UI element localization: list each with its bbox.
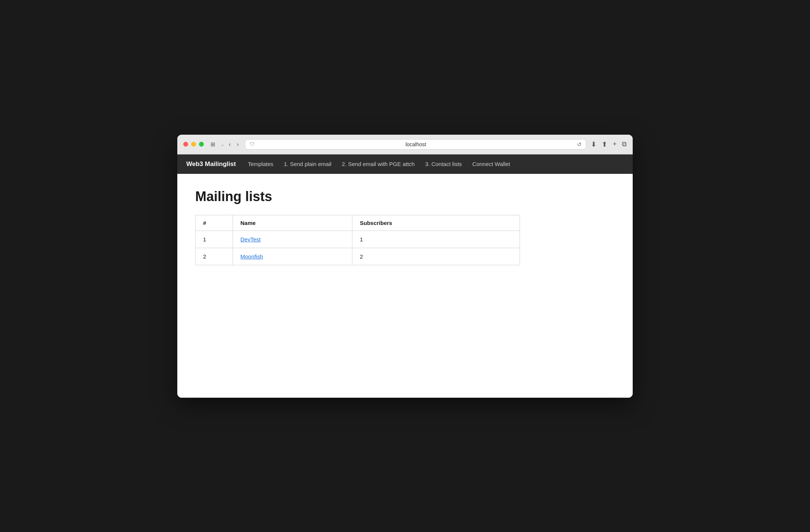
sidebar-toggle-button[interactable]: ⊞ xyxy=(208,140,218,148)
forward-button[interactable]: › xyxy=(235,141,240,148)
nav-brand: Web3 Mailinglist xyxy=(186,160,236,168)
nav-link-send-plain[interactable]: 1. Send plain email xyxy=(284,161,331,167)
col-header-subscribers: Subscribers xyxy=(352,215,520,231)
page-title: Mailing lists xyxy=(195,189,615,204)
table-row: 2 Moonfish 2 xyxy=(196,248,520,265)
traffic-light-red[interactable] xyxy=(183,142,188,147)
row-1-name: DevTest xyxy=(233,231,352,248)
mailing-table: # Name Subscribers 1 DevTest 1 2 Moonfis… xyxy=(195,215,520,265)
nav-link-send-pge[interactable]: 2. Send email with PGE attch xyxy=(342,161,415,167)
table-head: # Name Subscribers xyxy=(196,215,520,231)
nav-link-connect-wallet[interactable]: Connect Wallet xyxy=(472,161,510,167)
row-2-name: Moonfish xyxy=(233,248,352,265)
row-1-subscribers: 1 xyxy=(352,231,520,248)
new-tab-icon[interactable]: + xyxy=(613,140,617,148)
nav-link-contact-lists[interactable]: 3. Contact lists xyxy=(425,161,462,167)
nav-links: Templates 1. Send plain email 2. Send em… xyxy=(248,161,510,167)
nav-link-templates[interactable]: Templates xyxy=(248,161,273,167)
main-content: Mailing lists # Name Subscribers 1 DevTe… xyxy=(177,174,633,398)
download-icon[interactable]: ⬇ xyxy=(591,140,596,148)
browser-controls: ⊞ ⌄ ‹ › xyxy=(208,140,240,148)
row-1-name-link[interactable]: DevTest xyxy=(240,236,261,242)
row-2-index: 2 xyxy=(196,248,233,265)
browser-actions: ⬇ ⬆ + ⧉ xyxy=(591,140,627,148)
share-icon[interactable]: ⬆ xyxy=(602,140,607,148)
row-2-name-link[interactable]: Moonfish xyxy=(240,253,263,260)
address-bar: 🛡 ↺ xyxy=(245,139,587,150)
browser-chrome: ⊞ ⌄ ‹ › 🛡 ↺ ⬇ ⬆ + ⧉ xyxy=(177,135,633,154)
table-row: 1 DevTest 1 xyxy=(196,231,520,248)
col-header-index: # xyxy=(196,215,233,231)
browser-window: ⊞ ⌄ ‹ › 🛡 ↺ ⬇ ⬆ + ⧉ Web3 Mailinglist Tem… xyxy=(177,135,633,398)
row-1-index: 1 xyxy=(196,231,233,248)
col-header-name: Name xyxy=(233,215,352,231)
table-header-row: # Name Subscribers xyxy=(196,215,520,231)
chevron-down-icon: ⌄ xyxy=(221,142,224,147)
back-button[interactable]: ‹ xyxy=(227,141,232,148)
url-input[interactable] xyxy=(258,141,574,147)
row-2-subscribers: 2 xyxy=(352,248,520,265)
navbar: Web3 Mailinglist Templates 1. Send plain… xyxy=(177,154,633,174)
traffic-light-yellow[interactable] xyxy=(191,142,196,147)
traffic-lights xyxy=(183,142,204,147)
refresh-button[interactable]: ↺ xyxy=(577,141,582,147)
traffic-light-green[interactable] xyxy=(199,142,204,147)
table-body: 1 DevTest 1 2 Moonfish 2 xyxy=(196,231,520,265)
shield-icon: 🛡 xyxy=(250,141,255,147)
tabs-icon[interactable]: ⧉ xyxy=(622,140,627,148)
